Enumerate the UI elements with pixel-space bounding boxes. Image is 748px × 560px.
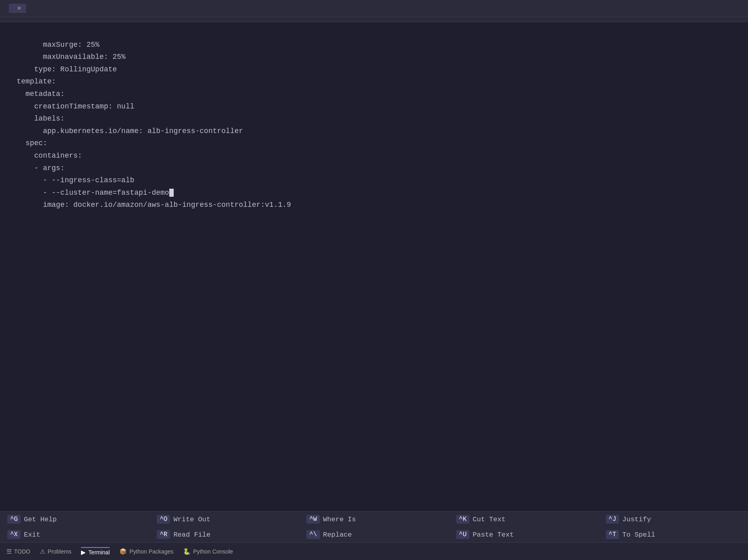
- status-item-icon: 🐍: [183, 548, 191, 555]
- shortcut-label: Replace: [323, 531, 352, 539]
- code-line: - --ingress-class=alb: [8, 174, 740, 187]
- status-item-label: Problems: [48, 548, 71, 555]
- nano-header: [0, 17, 748, 22]
- shortcut-key: ^X: [7, 530, 21, 539]
- code-line: type: RollingUpdate: [8, 63, 740, 76]
- status-item-icon: ☰: [6, 548, 12, 555]
- shortcut-item-1-4[interactable]: ^TTo Spell: [598, 527, 748, 542]
- shortcut-item-0-4[interactable]: ^JJustify: [598, 512, 748, 527]
- status-item-label: TODO: [14, 548, 30, 555]
- status-item-label: Python Console: [193, 548, 233, 555]
- status-item-python-packages[interactable]: 📦Python Packages: [119, 548, 173, 555]
- tab-bar: ✕: [0, 0, 748, 17]
- code-line: maxSurge: 25%: [8, 39, 740, 51]
- code-line: image: docker.io/amazon/aws-alb-ingress-…: [8, 199, 740, 211]
- shortcut-key: ^J: [606, 515, 619, 524]
- code-line: app.kubernetes.io/name: alb-ingress-cont…: [8, 125, 740, 137]
- status-item-label: Python Packages: [129, 548, 173, 555]
- shortcut-key: ^U: [456, 530, 470, 539]
- code-line: containers:: [8, 150, 740, 162]
- shortcut-label: Paste Text: [473, 531, 514, 539]
- status-item-problems[interactable]: ⚠Problems: [40, 548, 71, 555]
- shortcut-item-0-2[interactable]: ^WWhere Is: [299, 512, 449, 527]
- editor-area: maxSurge: 25% maxUnavailable: 25% type: …: [0, 22, 748, 511]
- shortcut-item-1-0[interactable]: ^XExit: [0, 527, 150, 542]
- status-item-label: Terminal: [88, 549, 110, 556]
- shortcut-key: ^K: [456, 515, 470, 524]
- shortcut-item-1-3[interactable]: ^UPaste Text: [449, 527, 598, 542]
- shortcut-key: ^T: [606, 530, 619, 539]
- status-item-icon: ⚠: [40, 548, 45, 555]
- cursor: [169, 189, 174, 197]
- code-line: [8, 26, 740, 39]
- nano-footer: ^GGet Help^OWrite Out^WWhere Is^KCut Tex…: [0, 511, 748, 542]
- code-line: [8, 211, 740, 224]
- code-line: labels:: [8, 112, 740, 125]
- code-content: maxSurge: 25% maxUnavailable: 25% type: …: [0, 26, 748, 224]
- code-line: maxUnavailable: 25%: [8, 51, 740, 63]
- shortcut-row-1: ^XExit^RRead File^\Replace^UPaste Text^T…: [0, 527, 748, 542]
- code-line: - args:: [8, 162, 740, 175]
- code-line: metadata:: [8, 88, 740, 100]
- status-bar: ☰TODO⚠Problems▶Terminal📦Python Packages🐍…: [0, 542, 748, 560]
- code-line: template:: [8, 75, 740, 88]
- shortcut-label: To Spell: [622, 531, 655, 539]
- close-tab-button[interactable]: ✕: [17, 5, 21, 11]
- shortcut-label: Read File: [173, 531, 210, 539]
- shortcut-item-1-1[interactable]: ^RRead File: [150, 527, 299, 542]
- status-item-icon: 📦: [119, 548, 127, 555]
- code-line: spec:: [8, 137, 740, 150]
- status-item-icon: ▶: [81, 549, 86, 556]
- shortcut-label: Exit: [24, 531, 40, 539]
- shortcut-item-1-2[interactable]: ^\Replace: [299, 527, 449, 542]
- status-item-terminal[interactable]: ▶Terminal: [81, 547, 110, 556]
- shortcut-key: ^\: [306, 530, 320, 539]
- shortcut-row-0: ^GGet Help^OWrite Out^WWhere Is^KCut Tex…: [0, 512, 748, 527]
- code-line: - --cluster-name=fastapi-demo: [8, 187, 740, 199]
- shortcut-label: Justify: [622, 516, 651, 523]
- shortcut-item-0-0[interactable]: ^GGet Help: [0, 512, 150, 527]
- shortcut-item-0-3[interactable]: ^KCut Text: [449, 512, 598, 527]
- local-tab[interactable]: ✕: [9, 4, 26, 13]
- status-item-python-console[interactable]: 🐍Python Console: [183, 548, 233, 555]
- shortcut-key: ^R: [157, 530, 170, 539]
- shortcut-key: ^W: [306, 515, 320, 524]
- shortcut-label: Cut Text: [473, 516, 506, 523]
- shortcut-item-0-1[interactable]: ^OWrite Out: [150, 512, 299, 527]
- code-line: creationTimestamp: null: [8, 100, 740, 113]
- shortcut-label: Get Help: [24, 516, 57, 523]
- shortcut-key: ^G: [7, 515, 21, 524]
- shortcut-label: Where Is: [323, 516, 356, 523]
- shortcut-label: Write Out: [173, 516, 210, 523]
- shortcut-key: ^O: [157, 515, 170, 524]
- status-item-todo[interactable]: ☰TODO: [6, 548, 30, 555]
